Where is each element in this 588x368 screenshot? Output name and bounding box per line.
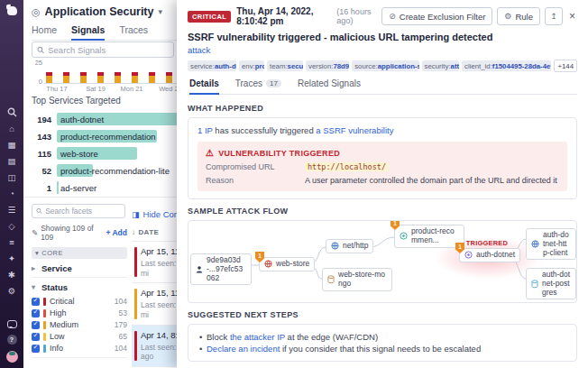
service-count: 52 [32, 166, 51, 176]
user-icon [196, 265, 203, 273]
facet-option-medium[interactable]: Medium 179 [32, 319, 127, 330]
chart-bar[interactable] [63, 72, 69, 83]
signal-detail-panel: CRITICAL Thu, Apr 14, 2022, 8:10:42 pm (… [177, 0, 588, 368]
integrations-icon[interactable]: ✱ [6, 270, 17, 281]
search-facets-input[interactable] [45, 207, 121, 216]
attack-flow-diagram: VULN. TRIGGERED 9de9a03d-...97efc53062 1… [188, 220, 577, 303]
attacker-ip-link[interactable]: the attacker IP [230, 332, 285, 342]
flow-node[interactable]: web-store-mongo [322, 268, 392, 291]
service-bar [57, 181, 59, 194]
facet-option-info[interactable]: Info 104 [32, 343, 127, 354]
chart-bar[interactable] [149, 72, 155, 83]
app-header: ◎ Application Security ▾ [32, 5, 162, 18]
tags-more-badge[interactable]: +144 [554, 60, 577, 72]
facet-group-status[interactable]: ▾ Status [32, 278, 127, 296]
logs-icon[interactable]: ≡ [6, 237, 17, 248]
status-color-chip [43, 333, 46, 341]
monitors-icon[interactable]: ☰ [6, 205, 17, 216]
flow-node[interactable]: net/http [326, 239, 373, 253]
export-button[interactable]: ↥ [545, 7, 563, 25]
datadog-logo[interactable] [5, 5, 19, 17]
facet-option-low[interactable]: Low 65 [32, 331, 127, 342]
flow-node[interactable]: auth-dotnet-postgres [526, 268, 576, 299]
synthetics-icon[interactable]: ◇ [6, 221, 17, 232]
globe-icon [531, 240, 539, 248]
help-icon[interactable]: ? [7, 335, 17, 345]
settings-icon[interactable]: ⚙ [6, 286, 17, 297]
facet-group-service[interactable]: ▸ Service [32, 259, 127, 278]
x-tick: Sat 19 [78, 85, 114, 93]
chart-bar[interactable] [80, 72, 87, 83]
infrastructure-icon[interactable]: ▤ [6, 156, 17, 167]
create-exclusion-filter-button[interactable]: ⊘ Create Exclusion Filter [381, 7, 492, 25]
close-icon[interactable]: × [567, 10, 577, 23]
apm-icon[interactable]: ◔ [6, 189, 17, 199]
facet-option-high[interactable]: High 53 [32, 308, 127, 318]
checkbox-checked[interactable] [32, 333, 40, 341]
service-name: auth-dotnet [60, 115, 104, 124]
chart-bar[interactable] [97, 72, 104, 83]
declare-incident-link[interactable]: Declare an incident [207, 344, 280, 354]
tag[interactable]: client_id:f1504495-28da-4e99-85f6-a... [462, 60, 551, 71]
chart-bar[interactable] [166, 72, 172, 83]
flow-node[interactable]: 1 web-store [259, 257, 315, 271]
checkbox-checked[interactable] [32, 298, 40, 306]
tab-traces[interactable]: Traces [119, 24, 148, 35]
chat-icon[interactable] [7, 320, 17, 328]
facet-group-core[interactable]: ▾ CORE [32, 247, 127, 259]
tag[interactable]: security:attack [422, 60, 460, 71]
tag[interactable]: team:security [267, 60, 303, 71]
facet-option-label: Low [50, 332, 65, 341]
checkbox-checked[interactable] [32, 321, 40, 329]
signals-search[interactable] [32, 41, 174, 58]
chart-bar[interactable] [115, 72, 121, 83]
tab-traces[interactable]: Traces17 [235, 78, 281, 94]
add-facet-button[interactable]: + Add [106, 228, 127, 237]
app-tabs: Home Signals Traces [32, 24, 177, 41]
search-icon[interactable] [6, 107, 17, 118]
checkbox-checked[interactable] [32, 309, 40, 317]
facet-group-env[interactable]: ▸ Env [32, 362, 127, 368]
chart-bar[interactable] [46, 72, 52, 83]
flow-node[interactable]: 9de9a03d-...97efc53062 [190, 253, 252, 285]
divider [23, 197, 177, 198]
what-happened-box: 1 IP has successfully triggered a SSRF v… [188, 117, 577, 199]
flow-node-vuln[interactable]: 1 auth-dotnet [459, 248, 520, 262]
attack-link[interactable]: attack [188, 45, 577, 55]
tag[interactable]: version:78d922df [306, 60, 349, 71]
ip-link[interactable]: 1 IP [198, 125, 213, 135]
flow-node[interactable]: 1 product-recommen... [394, 225, 464, 248]
panel-body: WHAT HAPPENED 1 IP has successfully trig… [177, 95, 588, 368]
service-count: 1 [32, 183, 51, 193]
dashboards-icon[interactable]: ▦ [6, 140, 17, 151]
signal-time-ago: (16 hours ago) [336, 7, 376, 25]
home-icon[interactable]: ⌂ [6, 124, 17, 134]
facets-panel: ✎ Showing 109 of 109 + Add ▾ CORE ▸ Serv… [32, 204, 127, 368]
pencil-icon[interactable]: ✎ [32, 228, 38, 237]
globe-icon [331, 242, 339, 250]
chevron-down-icon[interactable]: ▾ [158, 7, 162, 16]
user-avatar[interactable] [6, 351, 18, 363]
metrics-icon[interactable]: ◫ [6, 172, 17, 183]
plus-icon: + [106, 228, 110, 237]
tab-related-signals[interactable]: Related Signals [298, 78, 361, 94]
ssrf-vulnerability-link[interactable]: a SSRF vulnerability [316, 125, 393, 135]
chart-bar[interactable] [132, 72, 138, 83]
facets-search[interactable] [32, 204, 125, 218]
tag[interactable]: service:auth-dotnet [188, 60, 236, 71]
flow-node[interactable]: auth-dotnet-http-client [526, 228, 576, 260]
tag[interactable]: env:prod [239, 60, 264, 71]
tag[interactable]: source:application-security [352, 60, 418, 71]
tab-details[interactable]: Details [189, 78, 219, 94]
facet-option-critical[interactable]: Critical 104 [32, 296, 127, 307]
sort-down-icon: ↓ [132, 228, 135, 236]
y-axis-max: 25 [32, 59, 42, 67]
tab-signals[interactable]: Signals [71, 24, 105, 35]
reason-value: A user parameter controlled the domain p… [305, 176, 559, 185]
security-icon[interactable]: ✦ [6, 253, 17, 264]
service-name: ad-server [60, 183, 96, 193]
checkbox-checked[interactable] [32, 345, 40, 353]
search-signals-input[interactable] [48, 45, 169, 55]
tab-home[interactable]: Home [32, 24, 57, 35]
rule-button[interactable]: ⚙ Rule [497, 7, 540, 25]
